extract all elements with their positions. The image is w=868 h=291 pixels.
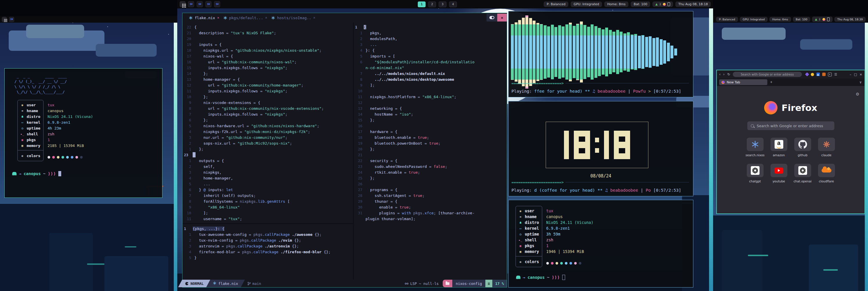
code-text: inputs.nixpkgs.follows = "nixpkgs"; [194, 66, 287, 70]
close-button[interactable]: × [860, 72, 862, 77]
back-button[interactable]: ‹ [719, 72, 721, 77]
bitwarden-icon[interactable]: ▲ [816, 72, 820, 76]
reload-button[interactable]: ↻ [727, 72, 730, 77]
file-segment: flake.nix [206, 280, 245, 287]
shortcut-amazon[interactable]: aamazon [771, 138, 787, 157]
mastodon-icon[interactable]: ᵔ [822, 72, 826, 76]
neovim-editor-window[interactable]: flake.nix×pkgs/default...×hosts/isoImag.… [182, 13, 507, 288]
shortcut-github[interactable]: github [794, 138, 811, 157]
waveform-bar [540, 16, 543, 89]
orange-moon-icon[interactable] [811, 73, 814, 76]
app-tag-icon[interactable]: $W [188, 1, 194, 7]
code-text: hostName = "iso"; [366, 112, 413, 116]
url-bar[interactable]: Search with Google or enter address [733, 72, 802, 77]
terminal-tty-clock[interactable]: 08/08/24 ======================> Playing… [508, 101, 693, 196]
app-tag-icon[interactable]: $W [197, 1, 203, 7]
code-text: }; [194, 118, 208, 122]
waveform-bar [667, 16, 670, 89]
editor-tab-pkgs-default-[interactable]: pkgs/default...× [223, 16, 268, 20]
fetch-key-row: ▣pkgs [21, 137, 40, 143]
workspace-button-1[interactable]: 1 [418, 1, 426, 7]
amazon-icon: a [775, 140, 783, 149]
extension-icon[interactable]: ▸ [828, 72, 832, 77]
buffer-iso-image-nix[interactable]: 1{1 pkgs,2 modulesPath,3 ...4}: {5 impor… [354, 22, 507, 282]
menu-icon[interactable]: ☰ [834, 72, 838, 76]
shortcut-tile-icon: a [771, 138, 787, 151]
fetch-colors-row: ✿colors [516, 257, 542, 267]
waveform-bar [587, 16, 590, 89]
buffer-pkgs-default-nix[interactable]: 1{pkgs, ...}: {1 tux-awesome-wm-config =… [183, 224, 353, 282]
tab-overflow-button[interactable]: ∨ [860, 80, 862, 84]
new-tab-button[interactable]: + [770, 80, 772, 84]
waveform-bar [602, 16, 604, 89]
tab-close-icon[interactable]: × [217, 16, 219, 20]
workspace-button-3[interactable]: 3 [439, 1, 446, 7]
shell-prompt[interactable]: →canopus~))) [516, 275, 693, 280]
fetch-key-label: distro [27, 114, 40, 119]
shortcut-youtube[interactable]: youtube [771, 164, 787, 183]
tab-close-icon[interactable]: × [265, 16, 267, 20]
github-octocat-icon [798, 140, 807, 149]
git-branch-icon [247, 282, 251, 286]
prompt-cursor[interactable] [562, 275, 565, 280]
bluetooth-icon[interactable]: ᛒ [659, 3, 661, 6]
code-line: 20 [183, 36, 353, 41]
phone-icon[interactable] [827, 18, 830, 21]
fetch-key-row: ▦memory [519, 249, 539, 254]
editor-tab-flake-nix[interactable]: flake.nix× [189, 16, 219, 20]
workspace-button-2[interactable]: 2 [428, 1, 436, 7]
line-number: 1 [354, 31, 366, 35]
bluetooth-icon[interactable]: ᛒ [819, 18, 821, 21]
workspace-button-4[interactable]: 4 [449, 1, 457, 7]
launcher-button[interactable] [2, 17, 7, 22]
forward-button[interactable]: › [723, 72, 725, 77]
purple-diamond-icon[interactable] [805, 72, 809, 77]
code-text: ... [366, 42, 377, 47]
buffer-tabbar: flake.nix×pkgs/default...×hosts/isoImag.… [183, 13, 507, 22]
editor-tab-hosts-isoImag-[interactable]: hosts/isoImag..× [271, 16, 315, 20]
network-icon[interactable] [815, 18, 817, 21]
code-line: 28 ssh.startAgent = true; [354, 193, 507, 198]
colors-key-label: colors [27, 154, 40, 158]
code-text: forAllSystems = nixpkgs.lib.genAttrs [ [194, 199, 290, 204]
temperature-icon[interactable] [823, 18, 825, 21]
app-tag-icon[interactable]: $W [9, 17, 14, 22]
fetch-key-label: hname [27, 109, 38, 113]
shortcut-chatgpt[interactable]: chatgpt [747, 164, 764, 183]
shortcut-chat-openai[interactable]: chat.openai [794, 164, 811, 183]
line-number: 4 [354, 48, 366, 53]
maximize-button[interactable]: □ [854, 72, 857, 77]
app-tag-icon[interactable]: $W [214, 1, 220, 7]
terminal-fastfetch-left[interactable]: _ _ _ ____ ____ / \/ (_)_ __/ __ \/ __/ … [4, 68, 162, 198]
temperature-icon[interactable] [663, 3, 666, 6]
line-number: 9 [354, 83, 366, 87]
tab-close-icon[interactable]: × [313, 16, 315, 20]
shortcut-cloudflare[interactable]: cloudflare [818, 164, 835, 183]
monitor-right: P: BalancedGPU: IntegratedHome: 6msBat: … [713, 16, 868, 291]
minimize-button[interactable]: – [850, 72, 851, 77]
shortcut-claude[interactable]: claude [818, 138, 835, 157]
terminal-fastfetch-right[interactable]: ◉user≡hname☗distro▭kernel◷uptime▸_shell▣… [508, 200, 693, 288]
firefox-window[interactable]: ‹ › ↻ Search with Google or enter addres… [716, 70, 865, 214]
line-number: 20 [183, 37, 194, 41]
buffer-flake-nix[interactable]: 22{21 description = "tux's NixOS Flake";… [183, 22, 353, 225]
personalize-gear-icon[interactable]: ⚙ [856, 92, 859, 96]
launcher-button[interactable] [180, 1, 186, 7]
waveform-bar [558, 16, 561, 89]
network-icon[interactable] [655, 3, 658, 5]
window-toggle-button[interactable] [487, 13, 497, 22]
code-line: 4}: { [354, 47, 507, 53]
shell-prompt[interactable]: →canopus~))) [12, 171, 162, 176]
line-number: 2 [354, 37, 366, 41]
terminal-cava-visualizer[interactable]: ======================> Playing: ffee fo… [508, 11, 693, 97]
waveform-bar [522, 16, 525, 89]
newtab-search-input[interactable]: Search with Google or enter address [747, 121, 834, 130]
window-close-button[interactable]: × [497, 13, 507, 22]
tab-new-tab[interactable]: New Tab [719, 79, 767, 85]
waveform-bar [562, 16, 564, 89]
waveform-bar [652, 16, 655, 89]
shortcut-search-nixos[interactable]: search.nixos [747, 138, 764, 157]
prompt-cursor[interactable] [58, 171, 61, 176]
phone-icon[interactable] [668, 2, 670, 6]
app-tag-icon[interactable]: $W [206, 1, 212, 7]
